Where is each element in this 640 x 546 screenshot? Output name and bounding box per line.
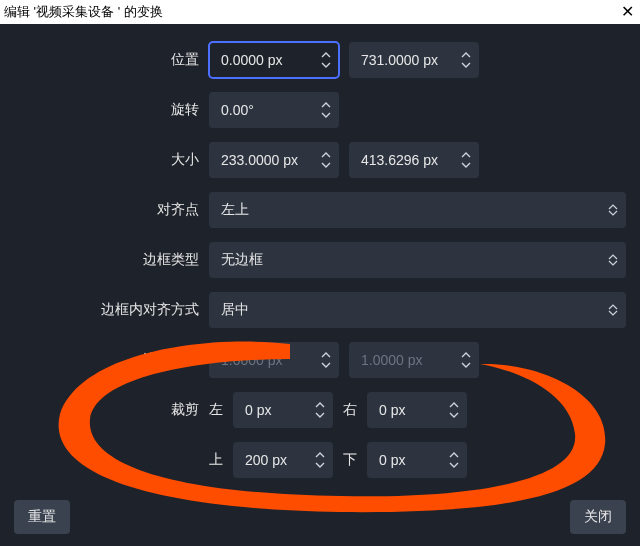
window-title: 编辑 '视频采集设备 ' 的变换: [4, 3, 163, 21]
stepper-size-w[interactable]: [317, 149, 335, 171]
input-crop-right[interactable]: 0 px: [367, 392, 467, 428]
label-box-align: 边框内对齐方式: [14, 301, 199, 319]
stepper-rotation[interactable]: [317, 99, 335, 121]
stepper-box-w: [317, 349, 335, 371]
chevron-up-icon: [315, 401, 325, 409]
close-button[interactable]: 关闭: [570, 500, 626, 534]
bottom-bar: 重置 关闭: [0, 490, 640, 546]
input-box-h: 1.0000 px: [349, 342, 479, 378]
label-crop-top: 上: [209, 451, 223, 469]
select-chevrons-icon: [608, 204, 618, 216]
input-size-h[interactable]: 413.6296 px: [349, 142, 479, 178]
select-chevrons-icon: [608, 254, 618, 266]
label-size: 大小: [14, 151, 199, 169]
label-anchor: 对齐点: [14, 201, 199, 219]
row-crop-tb: 上 200 px 下 0 px: [14, 442, 626, 478]
stepper-crop-bottom[interactable]: [445, 449, 463, 471]
label-crop-right: 右: [343, 401, 357, 419]
chevron-up-icon: [321, 351, 331, 359]
row-box-align: 边框内对齐方式 居中: [14, 292, 626, 328]
input-crop-left[interactable]: 0 px: [233, 392, 333, 428]
chevron-down-icon: [321, 111, 331, 119]
select-anchor[interactable]: 左上: [209, 192, 626, 228]
input-crop-bottom[interactable]: 0 px: [367, 442, 467, 478]
chevron-up-icon: [321, 101, 331, 109]
stepper-box-h: [457, 349, 475, 371]
chevron-down-icon: [449, 411, 459, 419]
chevron-down-icon: [321, 161, 331, 169]
label-box-size: 边框大小: [14, 351, 199, 369]
chevron-down-icon: [461, 61, 471, 69]
label-crop-bottom: 下: [343, 451, 357, 469]
input-pos-y[interactable]: 731.0000 px: [349, 42, 479, 78]
transform-dialog: 编辑 '视频采集设备 ' 的变换 ✕ 位置 0.0000 px 731.0000…: [0, 0, 640, 546]
row-rotation: 旋转 0.00°: [14, 92, 626, 128]
chevron-up-icon: [321, 151, 331, 159]
row-crop-lr: 裁剪 左 0 px 右 0 px: [14, 392, 626, 428]
chevron-down-icon: [461, 361, 471, 369]
chevron-up-icon: [449, 451, 459, 459]
stepper-crop-left[interactable]: [311, 399, 329, 421]
label-box-type: 边框类型: [14, 251, 199, 269]
select-box-type[interactable]: 无边框: [209, 242, 626, 278]
chevron-down-icon: [461, 161, 471, 169]
stepper-crop-right[interactable]: [445, 399, 463, 421]
input-pos-x[interactable]: 0.0000 px: [209, 42, 339, 78]
label-rotation: 旋转: [14, 101, 199, 119]
input-box-w: 1.0000 px: [209, 342, 339, 378]
chevron-down-icon: [321, 61, 331, 69]
reset-button[interactable]: 重置: [14, 500, 70, 534]
chevron-down-icon: [321, 361, 331, 369]
stepper-crop-top[interactable]: [311, 449, 329, 471]
input-rotation[interactable]: 0.00°: [209, 92, 339, 128]
chevron-down-icon: [449, 461, 459, 469]
select-box-align[interactable]: 居中: [209, 292, 626, 328]
input-size-w[interactable]: 233.0000 px: [209, 142, 339, 178]
chevron-up-icon: [461, 351, 471, 359]
stepper-pos-y[interactable]: [457, 49, 475, 71]
chevron-up-icon: [461, 51, 471, 59]
label-crop-left: 左: [209, 401, 223, 419]
form: 位置 0.0000 px 731.0000 px: [14, 42, 626, 478]
row-anchor: 对齐点 左上: [14, 192, 626, 228]
close-icon[interactable]: ✕: [621, 4, 634, 20]
chevron-down-icon: [315, 411, 325, 419]
chevron-up-icon: [321, 51, 331, 59]
chevron-down-icon: [315, 461, 325, 469]
chevron-up-icon: [461, 151, 471, 159]
titlebar: 编辑 '视频采集设备 ' 的变换 ✕: [0, 0, 640, 24]
stepper-pos-x[interactable]: [317, 49, 335, 71]
row-size: 大小 233.0000 px 413.6296 px: [14, 142, 626, 178]
stepper-size-h[interactable]: [457, 149, 475, 171]
row-box-type: 边框类型 无边框: [14, 242, 626, 278]
label-crop: 裁剪: [14, 401, 199, 419]
chevron-up-icon: [315, 451, 325, 459]
select-chevrons-icon: [608, 304, 618, 316]
input-crop-top[interactable]: 200 px: [233, 442, 333, 478]
row-box-size: 边框大小 1.0000 px 1.0000 px: [14, 342, 626, 378]
row-position: 位置 0.0000 px 731.0000 px: [14, 42, 626, 78]
dialog-body: 位置 0.0000 px 731.0000 px: [0, 24, 640, 490]
chevron-up-icon: [449, 401, 459, 409]
label-position: 位置: [14, 51, 199, 69]
